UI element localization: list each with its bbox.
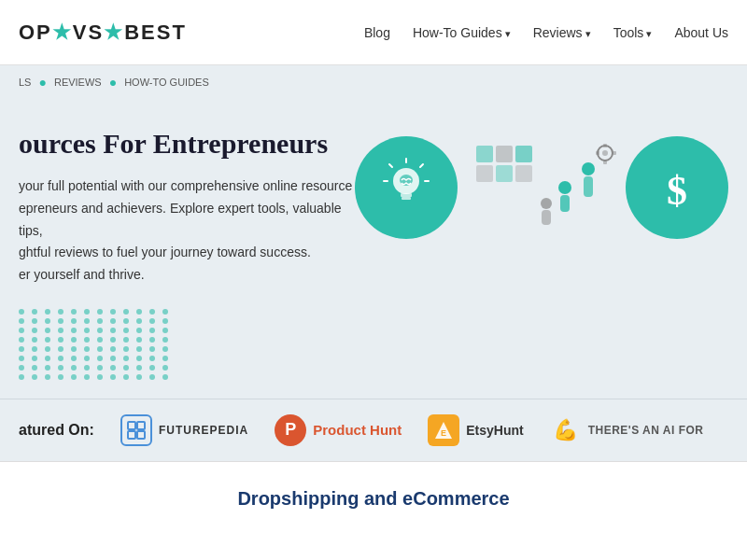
etsyhunt-icon: E	[428, 414, 459, 446]
nav-menu: Blog How-To Guides Reviews Tools About U…	[364, 24, 728, 41]
svg-rect-20	[542, 210, 551, 225]
svg-rect-31	[137, 431, 145, 439]
breadcrumb-dot-2: ●	[109, 75, 117, 90]
breadcrumb: LS ● REVIEWS ● HOW-TO GUIDES	[0, 65, 747, 99]
svg-rect-11	[476, 165, 493, 182]
illustration-puzzle-people	[467, 136, 616, 239]
svg-text:$: $	[667, 168, 687, 214]
svg-rect-28	[128, 422, 135, 429]
svg-text:E: E	[441, 428, 446, 438]
hero-description: your full potential with our comprehensi…	[19, 175, 355, 287]
svg-rect-30	[128, 431, 135, 439]
nav-reviews[interactable]: Reviews	[533, 25, 591, 40]
svg-rect-29	[137, 422, 145, 429]
featured-etsyhunt[interactable]: E EtsyHunt	[428, 414, 523, 446]
svg-rect-9	[476, 146, 493, 162]
featured-producthunt[interactable]: P Product Hunt	[275, 414, 402, 446]
svg-point-19	[541, 198, 552, 209]
navigation: OP★VS★BEST Blog How-To Guides Reviews To…	[0, 0, 747, 65]
illustration-lightbulb	[355, 136, 458, 239]
svg-rect-23	[603, 144, 607, 147]
theresan-name: THERE'S AN AI FOR	[588, 424, 704, 437]
theresan-icon: 💪	[550, 414, 582, 446]
producthunt-icon: P	[275, 414, 306, 446]
svg-point-22	[602, 150, 608, 156]
etsyhunt-name: EtsyHunt	[466, 423, 523, 438]
svg-point-17	[582, 162, 595, 175]
svg-rect-13	[515, 146, 532, 162]
hero-title: ources For Entrepreneurs	[19, 127, 355, 161]
decorative-dot-pattern	[19, 309, 355, 380]
svg-rect-10	[496, 146, 513, 162]
futurepedia-name: FUTUREPEDIA	[159, 424, 248, 437]
breadcrumb-item-reviews[interactable]: REVIEWS	[54, 77, 102, 88]
producthunt-name: Product Hunt	[313, 422, 402, 438]
svg-rect-14	[515, 165, 532, 182]
breadcrumb-dot-1: ●	[38, 75, 46, 90]
svg-point-15	[558, 181, 571, 194]
breadcrumb-item-ls[interactable]: LS	[19, 77, 31, 88]
svg-line-6	[389, 164, 392, 167]
nav-how-to-guides[interactable]: How-To Guides	[413, 25, 511, 40]
svg-line-4	[420, 164, 423, 167]
breadcrumb-item-guides[interactable]: HOW-TO GUIDES	[124, 77, 209, 88]
svg-rect-25	[596, 151, 599, 155]
featured-on-section: atured On: FUTUREPEDIA P Product Hunt E …	[0, 399, 747, 461]
hero-section: ources For Entrepreneurs your full poten…	[0, 99, 747, 399]
nav-about-us[interactable]: About Us	[674, 25, 728, 40]
bottom-section: Dropshipping and eCommerce	[0, 462, 747, 519]
illustration-dollar: $	[626, 136, 728, 239]
featured-theresan[interactable]: 💪 THERE'S AN AI FOR	[550, 414, 704, 446]
nav-tools[interactable]: Tools	[613, 25, 653, 40]
hero-text-block: ources For Entrepreneurs your full poten…	[19, 127, 355, 380]
featured-futurepedia[interactable]: FUTUREPEDIA	[120, 414, 248, 446]
site-logo[interactable]: OP★VS★BEST	[19, 21, 187, 45]
svg-rect-16	[560, 195, 570, 212]
svg-rect-1	[401, 193, 412, 197]
svg-rect-12	[496, 165, 513, 182]
svg-rect-2	[402, 197, 411, 200]
svg-rect-26	[613, 151, 616, 155]
futurepedia-icon	[120, 414, 152, 446]
svg-rect-18	[584, 176, 593, 197]
bottom-title: Dropshipping and eCommerce	[19, 488, 728, 510]
featured-label: atured On:	[19, 422, 94, 439]
svg-rect-24	[603, 161, 607, 164]
hero-illustrations: $	[355, 136, 728, 239]
nav-blog[interactable]: Blog	[364, 25, 390, 40]
